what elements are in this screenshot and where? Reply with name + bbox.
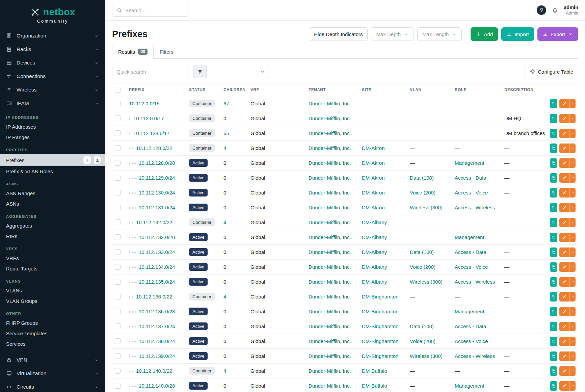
edit-button[interactable] xyxy=(559,307,569,316)
clone-button[interactable] xyxy=(550,114,557,123)
clone-button[interactable] xyxy=(550,307,557,316)
edit-button[interactable] xyxy=(559,337,569,346)
prefix-link[interactable]: 10.112.0.0/17 xyxy=(133,115,164,121)
sidebar-item-vlan-groups[interactable]: VLAN Groups xyxy=(0,296,105,306)
role-link[interactable]: Management xyxy=(455,309,484,314)
sidebar-item-vpn[interactable]: VPN xyxy=(0,353,105,367)
edit-button[interactable] xyxy=(559,143,569,153)
theme-toggle-button[interactable] xyxy=(537,5,546,15)
tenant-link[interactable]: Dunder-Mifflin, Inc. xyxy=(309,264,351,270)
clone-button[interactable] xyxy=(550,203,557,212)
tab-filters[interactable]: Filters xyxy=(154,45,180,59)
edit-button[interactable] xyxy=(559,129,569,138)
row-checkbox[interactable] xyxy=(115,160,121,166)
site-link[interactable]: DM-Akron xyxy=(362,190,385,195)
row-checkbox[interactable] xyxy=(115,279,121,285)
clone-button[interactable] xyxy=(550,158,557,168)
edit-dropdown-toggle[interactable] xyxy=(569,277,576,287)
site-link[interactable]: DM-Buffalo xyxy=(362,383,387,389)
row-checkbox[interactable] xyxy=(115,115,121,121)
site-link[interactable]: DM-Binghamton xyxy=(362,338,398,344)
sidebar-item-ip-addresses[interactable]: IP Addresses xyxy=(0,122,105,132)
prefix-link[interactable]: 10.112.137.0/24 xyxy=(139,323,175,329)
site-link[interactable]: DM-Akron xyxy=(362,205,385,210)
max-depth-dropdown[interactable]: Max Depth xyxy=(371,27,414,41)
clone-button[interactable] xyxy=(550,247,557,257)
prefix-link[interactable]: 10.112.140.0/28 xyxy=(139,383,175,389)
prefix-link[interactable]: 10.112.128.0/22 xyxy=(136,145,172,151)
sidebar-item-prefix-vlan-roles[interactable]: Prefix & VLAN Roles xyxy=(0,166,105,177)
column-header-vlan[interactable]: VLAN xyxy=(407,83,452,96)
vlan-link[interactable]: Data (100) xyxy=(410,175,434,181)
role-link[interactable]: Access - Data xyxy=(455,323,486,329)
notifications-button[interactable] xyxy=(552,7,558,14)
row-checkbox[interactable] xyxy=(115,309,121,314)
edit-button[interactable] xyxy=(559,218,569,227)
edit-button[interactable] xyxy=(559,158,569,168)
children-count-link[interactable]: 67 xyxy=(223,101,229,106)
column-header-site[interactable]: SITE xyxy=(359,83,407,96)
edit-dropdown-toggle[interactable] xyxy=(569,351,576,361)
prefix-link[interactable]: 10.112.130.0/24 xyxy=(139,190,175,195)
edit-button[interactable] xyxy=(559,292,569,302)
tenant-link[interactable]: Dunder-Mifflin, Inc. xyxy=(309,190,351,195)
site-link[interactable]: DM-Albany xyxy=(362,249,387,255)
import-button[interactable]: Import xyxy=(501,27,534,41)
row-checkbox[interactable] xyxy=(115,383,121,389)
edit-dropdown-toggle[interactable] xyxy=(569,247,576,257)
column-header-vrf[interactable]: VRF xyxy=(248,83,306,96)
prefix-link[interactable]: 10.112.128.0/17 xyxy=(133,130,169,136)
role-link[interactable]: Access - Voice xyxy=(455,338,488,344)
role-link[interactable]: Access - Data xyxy=(455,175,486,181)
global-search-input[interactable] xyxy=(125,7,184,13)
row-checkbox[interactable] xyxy=(115,323,121,329)
prefix-link[interactable]: 10.112.138.0/24 xyxy=(139,338,175,344)
column-header-description[interactable]: DESCRIPTION xyxy=(502,83,547,96)
column-header-role[interactable]: ROLE xyxy=(452,83,502,96)
row-checkbox[interactable] xyxy=(115,145,121,151)
clone-button[interactable] xyxy=(550,262,557,272)
sidebar-item-rirs[interactable]: RIRs xyxy=(0,231,105,241)
sidebar-item-vrfs[interactable]: VRFs xyxy=(0,253,105,263)
configure-table-button[interactable]: Configure Table xyxy=(525,65,578,78)
tenant-link[interactable]: Dunder-Mifflin, Inc. xyxy=(309,294,351,299)
prefix-link[interactable]: 10.112.136.0/28 xyxy=(139,309,175,314)
prefix-link[interactable]: 10.112.133.0/24 xyxy=(139,249,175,255)
sidebar-item-vlans[interactable]: VLANs xyxy=(0,285,105,296)
row-checkbox[interactable] xyxy=(115,219,121,225)
row-checkbox[interactable] xyxy=(115,101,121,106)
add-button[interactable]: Add xyxy=(471,27,498,41)
row-checkbox[interactable] xyxy=(115,264,121,270)
hide-depth-indicators-button[interactable]: Hide Depth Indicators xyxy=(309,27,368,41)
vlan-link[interactable]: Wireless (300) xyxy=(410,353,443,359)
site-link[interactable]: DM-Akron xyxy=(362,175,385,181)
clone-button[interactable] xyxy=(550,292,557,302)
edit-button[interactable] xyxy=(559,247,569,257)
max-length-dropdown[interactable]: Max Length xyxy=(417,27,462,41)
edit-button[interactable] xyxy=(559,99,569,108)
tenant-link[interactable]: Dunder-Mifflin, Inc. xyxy=(309,145,351,151)
children-count-link[interactable]: 65 xyxy=(223,130,229,136)
edit-dropdown-toggle[interactable] xyxy=(569,337,576,346)
row-checkbox[interactable] xyxy=(115,175,121,181)
edit-dropdown-toggle[interactable] xyxy=(569,381,576,391)
clone-button[interactable] xyxy=(550,99,557,108)
edit-dropdown-toggle[interactable] xyxy=(569,173,576,183)
sidebar-item-asns[interactable]: ASNs xyxy=(0,199,105,209)
prefix-link[interactable]: 10.112.135.0/24 xyxy=(139,279,175,285)
sidebar-item-organization[interactable]: Organization xyxy=(0,29,105,43)
clone-button[interactable] xyxy=(550,366,557,376)
children-count-link[interactable]: 4 xyxy=(223,294,226,299)
column-header-status[interactable]: STATUS xyxy=(186,83,221,96)
vlan-link[interactable]: Voice (200) xyxy=(410,264,435,270)
sidebar-item-wireless[interactable]: Wireless xyxy=(0,83,105,97)
site-link[interactable]: DM-Buffalo xyxy=(362,368,387,374)
tenant-link[interactable]: Dunder-Mifflin, Inc. xyxy=(309,234,351,240)
row-checkbox[interactable] xyxy=(115,205,121,210)
site-link[interactable]: DM-Akron xyxy=(362,145,385,151)
children-count-link[interactable]: 4 xyxy=(223,219,226,225)
clone-button[interactable] xyxy=(550,381,557,391)
edit-dropdown-toggle[interactable] xyxy=(569,188,576,198)
quick-import-button[interactable] xyxy=(93,156,101,164)
edit-dropdown-toggle[interactable] xyxy=(569,366,576,376)
